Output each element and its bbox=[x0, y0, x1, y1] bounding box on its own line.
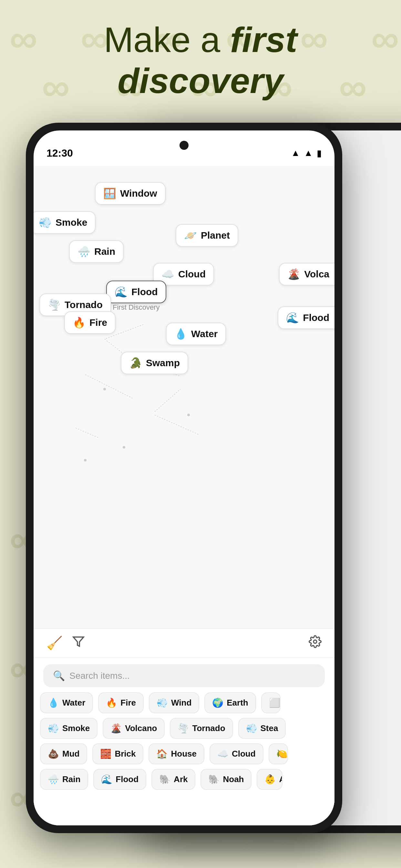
water-emoji: 💧 bbox=[174, 328, 187, 340]
item-tornado[interactable]: 🌪️ Tornado bbox=[170, 718, 233, 739]
item-ark-emoji: 🐘 bbox=[159, 774, 171, 785]
fire-emoji: 🔥 bbox=[73, 316, 86, 329]
canvas-chip-planet[interactable]: 🪐 Planet bbox=[176, 224, 238, 247]
item-volcano[interactable]: 🌋 Volcano bbox=[103, 718, 165, 739]
canvas-chip-flood-right[interactable]: 🌊 Flood bbox=[278, 306, 335, 329]
settings-button[interactable] bbox=[309, 635, 321, 651]
svg-line-5 bbox=[155, 415, 198, 434]
item-flood-label: Flood bbox=[116, 774, 138, 784]
item-house-emoji: 🏠 bbox=[156, 748, 167, 759]
svg-point-9 bbox=[103, 388, 106, 391]
item-more-3[interactable]: 🍋 bbox=[269, 743, 288, 764]
status-icons: ▲ ▲ ▮ bbox=[291, 148, 321, 159]
wifi-icon: ▲ bbox=[291, 148, 300, 158]
item-flood[interactable]: 🌊 Flood bbox=[93, 769, 146, 790]
item-more-3-emoji: 🍋 bbox=[276, 748, 288, 759]
swamp-label: Swamp bbox=[146, 358, 180, 368]
item-a[interactable]: 👶 A bbox=[257, 769, 282, 790]
rain-emoji: 🌧️ bbox=[78, 245, 90, 258]
item-smoke[interactable]: 💨 Smoke bbox=[40, 718, 97, 739]
item-noah-label: Noah bbox=[223, 774, 244, 784]
flood-right-label: Flood bbox=[303, 312, 329, 323]
item-smoke-emoji: 💨 bbox=[48, 723, 59, 734]
svg-line-6 bbox=[85, 375, 134, 399]
item-steam-label: Stea bbox=[260, 723, 278, 733]
item-water[interactable]: 💧 Water bbox=[40, 692, 93, 713]
canvas-chip-water[interactable]: 💧 Water bbox=[166, 322, 226, 345]
item-brick[interactable]: 🧱 Brick bbox=[92, 743, 143, 764]
item-rain[interactable]: 🌧️ Rain bbox=[40, 769, 88, 790]
item-brick-label: Brick bbox=[115, 749, 135, 759]
item-steam-emoji: 💨 bbox=[246, 723, 257, 734]
item-fire[interactable]: 🔥 Fire bbox=[98, 692, 144, 713]
item-flood-emoji: 🌊 bbox=[101, 774, 112, 785]
item-steam[interactable]: 💨 Stea bbox=[238, 718, 286, 739]
first-discovery-label: First Discovery bbox=[113, 303, 159, 312]
item-water-emoji: 💧 bbox=[48, 698, 59, 708]
item-earth[interactable]: 🌍 Earth bbox=[204, 692, 256, 713]
item-more-1-emoji: ⬜ bbox=[269, 698, 280, 708]
svg-marker-13 bbox=[73, 637, 84, 647]
canvas-chip-smoke[interactable]: 💨 Smoke bbox=[34, 211, 96, 234]
header-discovery: discovery bbox=[118, 61, 283, 100]
item-more-1[interactable]: ⬜ bbox=[261, 692, 281, 713]
item-smoke-label: Smoke bbox=[62, 723, 90, 733]
planet-label: Planet bbox=[201, 230, 230, 241]
filter-button[interactable] bbox=[72, 636, 85, 651]
svg-point-12 bbox=[84, 459, 87, 461]
cloud-emoji: ☁️ bbox=[161, 268, 174, 280]
item-house-label: House bbox=[171, 749, 196, 759]
item-wind-label: Wind bbox=[171, 698, 191, 708]
svg-point-10 bbox=[187, 414, 190, 416]
item-a-label: A bbox=[279, 774, 282, 784]
volcano-label: Volca bbox=[304, 269, 329, 280]
item-ark-label: Ark bbox=[174, 774, 188, 784]
canvas-chip-flood-main[interactable]: 🌊 Flood bbox=[106, 281, 166, 303]
camera-notch bbox=[180, 141, 189, 150]
flood-main-label: Flood bbox=[131, 286, 158, 298]
item-wind[interactable]: 💨 Wind bbox=[149, 692, 199, 713]
svg-point-11 bbox=[123, 446, 125, 448]
smoke-emoji: 💨 bbox=[39, 216, 52, 228]
svg-point-14 bbox=[313, 640, 317, 643]
item-brick-emoji: 🧱 bbox=[100, 748, 112, 759]
item-cloud[interactable]: ☁️ Cloud bbox=[210, 743, 264, 764]
fire-label: Fire bbox=[89, 317, 107, 328]
item-mud-emoji: 💩 bbox=[48, 748, 59, 759]
item-volcano-emoji: 🌋 bbox=[111, 723, 122, 734]
item-noah[interactable]: 🐘 Noah bbox=[201, 769, 251, 790]
water-label: Water bbox=[191, 329, 218, 339]
item-tornado-emoji: 🌪️ bbox=[178, 723, 189, 734]
items-panel: 🔍 Search items... 💧 Water 🔥 Fire 💨 Wind bbox=[34, 657, 335, 826]
canvas-chip-fire[interactable]: 🔥 Fire bbox=[64, 311, 116, 334]
phone-frame-main: 12:30 ▲ ▲ ▮ bbox=[26, 123, 342, 833]
item-cloud-emoji: ☁️ bbox=[217, 748, 228, 759]
flood-main-emoji: 🌊 bbox=[115, 286, 127, 298]
item-fire-label: Fire bbox=[120, 698, 136, 708]
window-label: Window bbox=[120, 188, 157, 199]
item-cloud-label: Cloud bbox=[232, 749, 256, 759]
svg-line-4 bbox=[75, 428, 98, 438]
tornado-emoji: 🌪️ bbox=[48, 299, 61, 311]
item-a-emoji: 👶 bbox=[265, 774, 276, 785]
canvas-chip-swamp[interactable]: 🐊 Swamp bbox=[121, 352, 188, 374]
item-ark[interactable]: 🐘 Ark bbox=[151, 769, 195, 790]
item-mud[interactable]: 💩 Mud bbox=[40, 743, 87, 764]
item-house[interactable]: 🏠 House bbox=[149, 743, 204, 764]
header-first: first bbox=[230, 20, 297, 59]
header: Make a first discovery bbox=[0, 20, 401, 101]
volcano-emoji: 🌋 bbox=[287, 268, 300, 280]
status-time: 12:30 bbox=[47, 147, 73, 159]
svg-line-3 bbox=[155, 389, 181, 412]
canvas-area: 🪟 Window 💨 Smoke 🪐 Planet 🌧️ Rain ☁️ bbox=[34, 166, 335, 657]
item-fire-emoji: 🔥 bbox=[106, 698, 117, 708]
item-wind-emoji: 💨 bbox=[157, 698, 168, 708]
canvas-chip-rain[interactable]: 🌧️ Rain bbox=[69, 240, 124, 263]
toolbar: 🧹 bbox=[34, 628, 335, 657]
canvas-chip-window[interactable]: 🪟 Window bbox=[95, 182, 166, 205]
clear-button[interactable]: 🧹 bbox=[47, 636, 63, 651]
search-box[interactable]: 🔍 Search items... bbox=[43, 664, 325, 687]
swamp-emoji: 🐊 bbox=[129, 357, 142, 369]
item-rain-emoji: 🌧️ bbox=[48, 774, 59, 785]
canvas-chip-volcano[interactable]: 🌋 Volca bbox=[279, 263, 335, 285]
